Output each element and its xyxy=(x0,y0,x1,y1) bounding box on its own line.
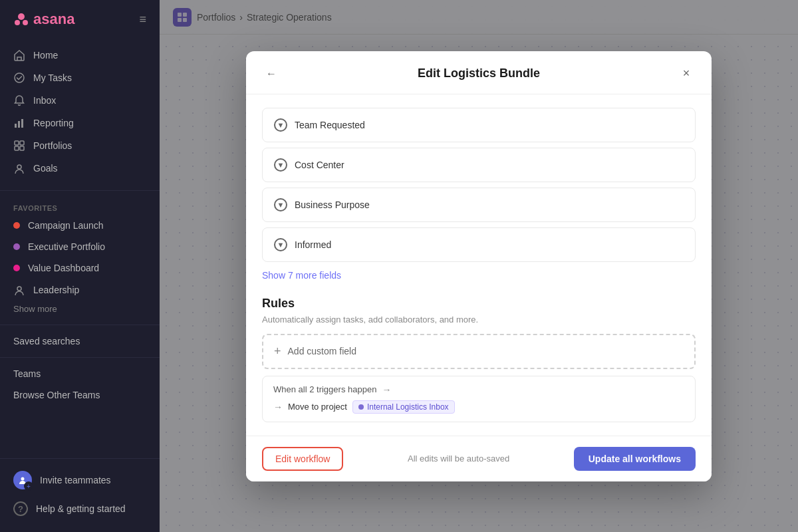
field-icon-team-requested: ▼ xyxy=(273,118,288,132)
favorites-section-label: Favorites xyxy=(0,196,160,215)
add-custom-field-label: Add custom field xyxy=(288,346,357,356)
svg-rect-8 xyxy=(20,141,24,145)
sidebar-item-label-leadership: Leadership xyxy=(33,285,79,295)
modal-body: ▼ Team Requested ▼ Cost Center ▼ Busines… xyxy=(246,94,712,436)
sidebar-logo-area: asana ≡ xyxy=(0,0,160,39)
invite-avatar xyxy=(13,471,32,489)
asana-logo-icon xyxy=(13,11,29,27)
modal-back-button[interactable]: ← xyxy=(262,65,281,83)
field-icon-cost-center: ▼ xyxy=(273,158,288,172)
circle-arrow-icon-4: ▼ xyxy=(274,238,287,251)
modal-title: Edit Logistics Bundle xyxy=(418,66,540,80)
sidebar-item-campaign-launch[interactable]: Campaign Launch xyxy=(0,215,160,236)
modal-overlay: ← Edit Logistics Bundle × ▼ Team Request… xyxy=(160,0,798,532)
rules-title: Rules xyxy=(262,297,696,311)
auto-save-text: All edits will be auto-saved xyxy=(408,454,509,464)
rule-trigger-text: When all 2 triggers happen xyxy=(273,384,376,394)
project-badge-label: Internal Logistics Inbox xyxy=(367,402,449,412)
goals-icon xyxy=(13,162,25,174)
sidebar-item-label-teams: Teams xyxy=(13,368,41,379)
plus-icon: + xyxy=(274,344,281,358)
sidebar-item-reporting[interactable]: Reporting xyxy=(0,112,160,134)
sidebar-item-label-inbox: Inbox xyxy=(33,95,56,106)
trigger-arrow-icon: → xyxy=(382,384,391,395)
sidebar-item-label-executive-portfolio: Executive Portfolio xyxy=(28,241,105,252)
modal-close-button[interactable]: × xyxy=(677,65,696,83)
svg-rect-9 xyxy=(15,146,19,150)
svg-rect-4 xyxy=(15,124,17,128)
divider-2 xyxy=(0,325,160,325)
chart-icon xyxy=(13,117,25,129)
divider-3 xyxy=(0,357,160,358)
field-label-business-purpose: Business Purpose xyxy=(295,200,370,210)
invite-teammates-label: Invite teammates xyxy=(40,475,111,485)
sidebar-bottom: Invite teammates ? Help & getting starte… xyxy=(0,458,160,532)
field-icon-business-purpose: ▼ xyxy=(273,198,288,212)
svg-rect-7 xyxy=(15,141,19,145)
project-badge: Internal Logistics Inbox xyxy=(352,400,455,414)
help-icon: ? xyxy=(13,501,28,516)
sidebar-item-executive-portfolio[interactable]: Executive Portfolio xyxy=(0,236,160,257)
show-more-button[interactable]: Show more xyxy=(0,301,160,319)
modal-header-left: ← xyxy=(262,65,281,83)
divider-1 xyxy=(0,190,160,191)
update-all-workflows-button[interactable]: Update all workflows xyxy=(574,447,696,471)
sidebar-item-label-value-dashboard: Value Dashboard xyxy=(28,263,99,273)
sidebar-item-saved-searches[interactable]: Saved searches xyxy=(0,331,160,352)
field-icon-informed: ▼ xyxy=(273,237,288,252)
sidebar-item-label-goals: Goals xyxy=(33,163,58,174)
sidebar-nav: Home My Tasks Inbox Reporting xyxy=(0,39,160,185)
grid-icon xyxy=(13,140,25,152)
sidebar-item-portfolios[interactable]: Portfolios xyxy=(0,134,160,157)
sidebar-item-label-browse-teams: Browse Other Teams xyxy=(13,390,100,400)
sidebar-item-label-my-tasks: My Tasks xyxy=(33,72,72,83)
main-content: Portfolios › Strategic Operations ← Edit… xyxy=(160,0,798,532)
field-label-team-requested: Team Requested xyxy=(295,120,365,130)
field-item-business-purpose[interactable]: ▼ Business Purpose xyxy=(262,188,696,222)
sidebar-item-my-tasks[interactable]: My Tasks xyxy=(0,66,160,89)
sidebar-item-leadership[interactable]: Leadership xyxy=(0,279,160,301)
add-custom-field-button[interactable]: + Add custom field xyxy=(262,334,696,369)
svg-rect-6 xyxy=(21,119,23,128)
svg-point-2 xyxy=(23,20,28,25)
svg-rect-10 xyxy=(20,146,24,150)
sidebar-item-goals[interactable]: Goals xyxy=(0,157,160,180)
sidebar-item-value-dashboard[interactable]: Value Dashboard xyxy=(0,257,160,279)
svg-point-13 xyxy=(21,477,25,481)
sidebar-item-browse-teams[interactable]: Browse Other Teams xyxy=(0,384,160,406)
action-arrow-icon: → xyxy=(273,402,283,412)
field-label-informed: Informed xyxy=(295,239,331,250)
circle-arrow-icon: ▼ xyxy=(274,118,287,132)
help-label: Help & getting started xyxy=(36,503,126,514)
field-item-cost-center[interactable]: ▼ Cost Center xyxy=(262,148,696,182)
home-icon xyxy=(13,49,25,61)
rule-card[interactable]: When all 2 triggers happen → → Move to p… xyxy=(262,376,696,422)
modal: ← Edit Logistics Bundle × ▼ Team Request… xyxy=(246,51,712,481)
field-item-team-requested[interactable]: ▼ Team Requested xyxy=(262,108,696,142)
invite-teammates-item[interactable]: Invite teammates xyxy=(0,464,160,496)
edit-workflow-button[interactable]: Edit workflow xyxy=(262,447,343,471)
help-item[interactable]: ? Help & getting started xyxy=(0,496,160,521)
dot-red-icon xyxy=(13,222,20,229)
circle-arrow-icon-3: ▼ xyxy=(274,198,287,211)
sidebar-item-teams[interactable]: Teams xyxy=(0,363,160,384)
logo-text: asana xyxy=(33,11,74,28)
sidebar: asana ≡ Home My Tasks Inbox xyxy=(0,0,160,532)
rule-action-label: Move to project xyxy=(288,402,347,412)
svg-point-0 xyxy=(18,13,25,20)
svg-point-12 xyxy=(17,287,21,291)
bell-icon xyxy=(13,94,25,106)
logo: asana xyxy=(13,11,74,28)
sidebar-item-label-reporting: Reporting xyxy=(33,118,74,128)
avatar-icon xyxy=(18,475,27,485)
dot-pink-icon xyxy=(13,265,20,271)
rule-trigger: When all 2 triggers happen → xyxy=(273,384,684,395)
sidebar-item-inbox[interactable]: Inbox xyxy=(0,89,160,112)
field-item-informed[interactable]: ▼ Informed xyxy=(262,227,696,262)
sidebar-toggle-icon[interactable]: ≡ xyxy=(139,13,146,27)
sidebar-item-home[interactable]: Home xyxy=(0,44,160,66)
show-more-fields-link[interactable]: Show 7 more fields xyxy=(262,267,696,291)
svg-point-1 xyxy=(15,20,20,25)
modal-footer: Edit workflow All edits will be auto-sav… xyxy=(246,436,712,481)
svg-point-11 xyxy=(17,165,21,169)
